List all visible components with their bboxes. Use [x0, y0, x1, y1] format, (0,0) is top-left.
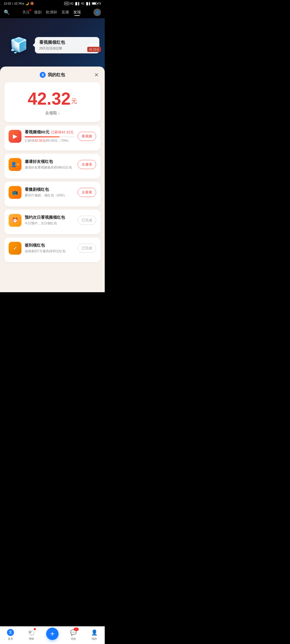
hero-timer-label: 再看 [87, 38, 101, 42]
status-bar: 12:02 | 10.7K/s 🌙 🔕 HD 4G ▐▌▌ 4G ▐▌▌ 79 [0, 0, 105, 6]
status-right: HD 4G ▐▌▌ 4G ▐▌▌ 79 [64, 2, 101, 5]
task-title-invite-friend: 邀请好友领红包 [25, 159, 74, 164]
hero-area: 🧊 看视频领红包 28天后活动过期 再看 00:55 42.32元 [0, 18, 105, 72]
task-info-reserve: 预约次日看视频领红包 今日预约，次日领红包 [25, 215, 74, 226]
task-info-invite-friend: 邀请好友领红包 邀请好友看视频最高得588元红包 [25, 159, 74, 170]
hero-mascot: 🧊 [5, 32, 32, 58]
sheet-header: 支 我的红包 ✕ [4, 72, 100, 78]
user-avatar[interactable]: 👤 [93, 9, 101, 16]
claim-button[interactable]: 去领取 › [45, 111, 60, 116]
bottom-sheet: 支 我的红包 ✕ 42.32 元 去领取 › ▶ 看视频领60元 已获 [0, 67, 105, 292]
nav-item-discover[interactable]: 发现 [73, 10, 81, 15]
task-desc-reserve: 今日预约，次日领红包 [25, 221, 74, 226]
network-speed: | [12, 2, 13, 5]
amount-number: 42.32 [28, 90, 71, 107]
task-info-watch-video: 看视频领60元 已获得42.32元 已获得42.32元/60.00元（70%） [25, 130, 74, 143]
task-title-reserve: 预约次日看视频领红包 [25, 215, 74, 220]
task-row-invite-friend: 👤+ 邀请好友领红包 邀请好友看视频最高得588元红包 去邀请 [9, 158, 96, 174]
signal-4g-2: 4G [81, 2, 84, 5]
hd-badge: HD [64, 2, 69, 5]
nav-item-live[interactable]: 直播 [61, 10, 69, 15]
task-title-watch-video: 看视频领60元 已获得42.32元 [25, 130, 74, 135]
time: 12:02 [4, 2, 11, 5]
task-btn-watch-video[interactable]: 看视频 [78, 132, 96, 141]
task-icon-reserve: ⏰ [9, 214, 21, 227]
task-row-checkin: ✓ 签到领红包 连续签到7天最高得30元红包 已完成 [9, 242, 96, 258]
follow-dot [30, 9, 31, 11]
nav-bar: 🔍 关注 微剧 欧洲杯 直播 发现 👤 [0, 6, 105, 18]
nav-items: 关注 微剧 欧洲杯 直播 发现 [10, 10, 93, 15]
task-info-checkin: 签到领红包 连续签到7天最高得30元红包 [25, 243, 74, 254]
task-row-watch-micro: 📺 看微剧领红包 看50个微剧，领红包（0/50） 去看看 [9, 186, 96, 202]
task-card-reserve: ⏰ 预约次日看视频领红包 今日预约，次日领红包 已完成 [4, 210, 100, 234]
close-button[interactable]: ✕ [92, 71, 100, 79]
signal-bars-2: ▐▌▌ [85, 2, 91, 5]
status-left: 12:02 | 10.7K/s 🌙 🔕 [4, 2, 34, 5]
task-icon-watch-micro: 📺 [9, 186, 21, 199]
task-desc-watch-micro: 看50个微剧，领红包（0/50） [25, 193, 74, 198]
task-title-watch-micro: 看微剧领红包 [25, 187, 74, 192]
amount-display: 42.32 元 [10, 90, 95, 107]
task-card-checkin: ✓ 签到领红包 连续签到7天最高得30元红包 已完成 [4, 237, 100, 262]
task-icon-invite-friend: 👤+ [9, 158, 21, 171]
task-desc-checkin: 连续签到7天最高得30元红包 [25, 249, 74, 254]
moon-icon: 🌙 [25, 2, 29, 5]
task-icon-watch-video: ▶ [9, 130, 21, 143]
hero-timer: 再看 00:55 42.32元 [87, 38, 101, 52]
amount-card: 42.32 元 去领取 › [4, 82, 100, 122]
task-card-watch-video: ▶ 看视频领60元 已获得42.32元 已获得42.32元/60.00元（70%… [4, 125, 100, 151]
task-desc-invite-friend: 邀请好友看视频最高得588元红包 [25, 165, 74, 170]
tasks-container: ▶ 看视频领60元 已获得42.32元 已获得42.32元/60.00元（70%… [4, 125, 100, 262]
battery-percent: 79 [98, 2, 101, 5]
hero-bubble-title: 看视频领红包 [39, 40, 95, 45]
signal-4g-1: 4G [70, 2, 74, 5]
hero-timer-time: 00:55 [87, 42, 101, 46]
task-icon-checkin: ✓ [9, 242, 21, 255]
network-speed-value: 10.7K/s [14, 2, 24, 5]
nav-item-micro[interactable]: 微剧 [34, 10, 42, 15]
alipay-icon: 支 [40, 72, 46, 78]
task-btn-invite-friend[interactable]: 去邀请 [78, 160, 96, 169]
hero-bubble-subtitle: 28天后活动过期 [39, 46, 95, 51]
notification-off-icon: 🔕 [30, 2, 34, 5]
amount-unit: 元 [71, 97, 77, 105]
task-btn-watch-micro[interactable]: 去看看 [78, 188, 96, 197]
claim-arrow-icon: › [58, 111, 60, 115]
search-icon[interactable]: 🔍 [4, 9, 10, 15]
task-earned-watch-video: 已获得42.32元 [51, 130, 74, 135]
task-desc-watch-video: 已获得42.32元/60.00元（70%） [25, 138, 74, 143]
hero-timer-amount: 42.32元 [87, 47, 101, 52]
task-btn-checkin: 已完成 [78, 244, 96, 253]
nav-item-follow[interactable]: 关注 [22, 10, 30, 15]
task-info-watch-micro: 看微剧领红包 看50个微剧，领红包（0/50） [25, 187, 74, 198]
task-row-watch-video: ▶ 看视频领60元 已获得42.32元 已获得42.32元/60.00元（70%… [9, 130, 96, 146]
progress-bar-watch-video [25, 136, 74, 137]
task-card-watch-micro: 📺 看微剧领红包 看50个微剧，领红包（0/50） 去看看 [4, 182, 100, 206]
battery-icon [92, 2, 97, 5]
sheet-title: 支 我的红包 [40, 72, 65, 78]
task-btn-reserve: 已完成 [78, 216, 96, 225]
signal-bars-1: ▐▌▌ [74, 2, 80, 5]
task-title-checkin: 签到领红包 [25, 243, 74, 248]
task-row-reserve: ⏰ 预约次日看视频领红包 今日预约，次日领红包 已完成 [9, 214, 96, 230]
nav-item-euro[interactable]: 欧洲杯 [46, 10, 57, 15]
task-card-invite-friend: 👤+ 邀请好友领红包 邀请好友看视频最高得588元红包 去邀请 [4, 154, 100, 178]
